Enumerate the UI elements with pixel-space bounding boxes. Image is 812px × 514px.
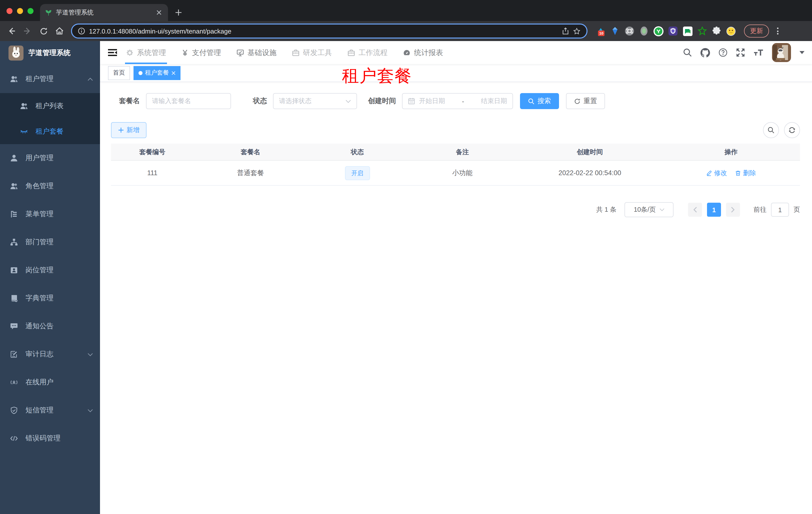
package-name-input[interactable]: 请输入套餐名 [146,93,231,109]
page-label: 页 [793,205,800,214]
topnav-item-system[interactable]: 系统管理 [125,41,167,64]
topnav-item-dev-tools[interactable]: 研发工具 [291,41,333,64]
extension-diamond-icon[interactable]: 10 [596,26,606,36]
hamburger-icon[interactable] [107,47,118,58]
edit-link[interactable]: 修改 [706,168,727,178]
top-navbar: 系统管理 支付管理 基础设施 [100,41,812,64]
topnav-item-workflow[interactable]: 工作流程 [347,41,388,64]
app-title: 芋道管理系统 [29,49,70,58]
sidebar-item-dept-management[interactable]: 部门管理 [0,228,100,256]
page-size-select[interactable]: 10条/页 [625,202,673,217]
prev-page-icon[interactable] [688,203,702,217]
forward-icon[interactable] [21,25,34,37]
tab-close-icon[interactable] [155,8,163,17]
status-badge: 开启 [345,166,370,180]
sms-shield-icon [10,406,18,414]
extension-badge: 10 [598,30,605,36]
search-icon[interactable] [683,48,692,57]
browser-menu-icon[interactable] [774,26,781,36]
chevron-up-icon [87,77,93,81]
sidebar-item-user-management[interactable]: 用户管理 [0,144,100,172]
tag-tenant-package[interactable]: 租户套餐 [134,66,180,80]
status-select[interactable]: 请选择状态 [273,93,357,109]
goto-label: 前往 [754,205,766,214]
delete-link[interactable]: 删除 [735,168,756,178]
search-button[interactable]: 搜索 [520,93,559,109]
topnav-item-payment[interactable]: 支付管理 [180,41,222,64]
back-icon[interactable] [5,25,18,37]
reset-button[interactable]: 重置 [566,93,605,109]
new-tab-button[interactable] [172,6,185,19]
add-button[interactable]: 新增 [111,122,146,138]
github-icon[interactable] [700,48,710,57]
extension-chat-icon[interactable] [683,26,693,36]
logo-rabbit-icon [8,46,24,60]
tag-close-icon[interactable] [172,71,175,75]
sidebar-item-audit-log[interactable]: 审计日志 [0,340,100,368]
reload-icon[interactable] [37,25,50,37]
sidebar-item-tenant-management[interactable]: 租户管理 [0,65,100,93]
url-text[interactable]: 127.0.0.1:48080/admin-ui/system/tenant/p… [89,27,558,35]
home-icon[interactable] [53,25,66,37]
table-toolbar: 新增 [111,122,800,138]
extension-puzzle-icon[interactable] [712,26,722,36]
refresh-table-icon[interactable] [784,122,800,138]
fullscreen-icon[interactable] [736,48,745,57]
bookmark-star-icon[interactable] [573,27,580,35]
page-watermark: 租户套餐 [342,64,412,88]
table-row: 111 普通套餐 开启 小功能 2022-02-22 00:54:00 修改 [111,161,800,186]
minimize-window-button[interactable] [17,8,23,14]
topnav-item-infrastructure[interactable]: 基础设施 [235,41,278,64]
sidebar-item-errorcode-management[interactable]: 错误码管理 [0,425,100,453]
extension-gem-icon[interactable] [610,26,620,36]
url-bar[interactable]: 127.0.0.1:48080/admin-ui/system/tenant/p… [71,24,587,38]
sidebar-item-online-users[interactable]: 在线用户 [0,368,100,397]
sidebar-item-menu-management[interactable]: 菜单管理 [0,200,100,228]
goto-page-input[interactable] [771,203,789,217]
sidebar-item-post-management[interactable]: 岗位管理 [0,256,100,284]
font-size-icon[interactable] [754,48,763,57]
sidebar-item-role-management[interactable]: 角色管理 [0,172,100,200]
dict-icon [10,294,18,302]
cell-remark: 小功能 [407,168,518,178]
zoom-window-button[interactable] [28,8,33,14]
help-icon[interactable] [719,48,727,57]
sidebar-item-dict-management[interactable]: 字典管理 [0,284,100,312]
browser-tab[interactable]: 芋道管理系统 [40,4,168,21]
date-range-picker[interactable]: 开始日期 - 结束日期 [402,93,513,109]
close-window-button[interactable] [6,8,12,14]
pagination: 共 1 条 10条/页 1 前往 [111,202,800,217]
avatar-caret-icon[interactable] [800,51,805,57]
sidebar-submenu-tenant: 租户列表 租户套餐 [0,93,100,144]
sidebar-item-notice[interactable]: 通知公告 [0,312,100,340]
topnav-item-reports[interactable]: 统计报表 [402,41,444,64]
extension-star-icon[interactable] [697,26,707,36]
toggle-search-icon[interactable] [763,122,779,138]
org-tree-icon [10,238,18,246]
extension-command-icon[interactable] [625,26,635,36]
sidebar-logo[interactable]: 芋道管理系统 [0,41,100,65]
tags-view: 首页 租户套餐 [100,64,812,82]
tenant-package-icon [20,127,28,135]
cell-actions: 修改 删除 [662,168,800,178]
tag-home[interactable]: 首页 [108,66,130,80]
next-page-icon[interactable] [726,203,740,217]
extension-shield-icon[interactable] [668,26,678,36]
user-icon [10,154,18,162]
sidebar-item-sms-management[interactable]: 短信管理 [0,397,100,425]
sidebar-item-tenant-package[interactable]: 租户套餐 [0,118,100,144]
extension-y-icon[interactable] [654,26,664,36]
browser-update-button[interactable]: 更新 [744,25,769,37]
current-page[interactable]: 1 [707,203,721,217]
briefcase-icon [348,49,355,56]
online-icon [10,378,18,386]
gear-icon [126,49,134,56]
code-icon [10,434,18,442]
share-icon[interactable] [562,28,569,34]
sidebar-item-tenant-list[interactable]: 租户列表 [0,93,100,118]
extension-smiley-icon[interactable] [726,26,736,36]
dashboard-icon [403,49,410,56]
user-avatar[interactable] [772,43,791,62]
extension-dot-icon[interactable] [639,26,649,36]
page-info-icon[interactable] [78,28,85,34]
